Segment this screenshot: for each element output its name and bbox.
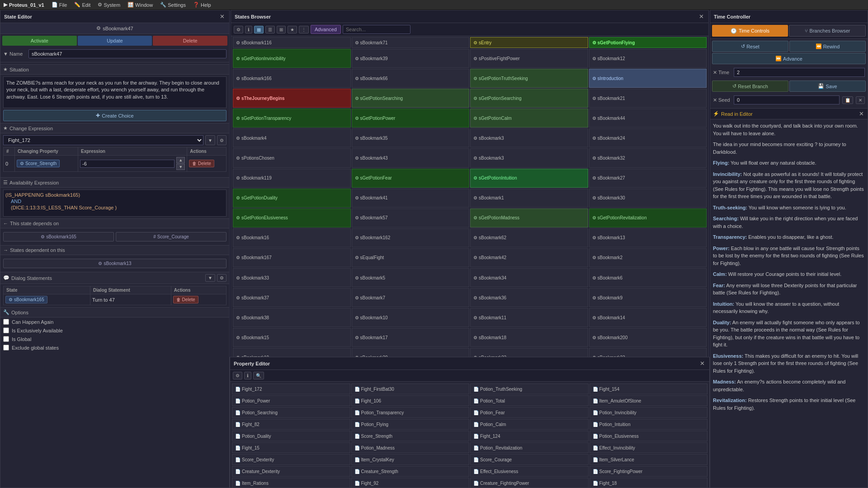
dep-bookmark165-btn[interactable]: ⚙ sBookmark165 [3, 232, 114, 242]
state-cell-bm167[interactable]: ⚙ sBookmark167 [233, 248, 351, 267]
state-cell-bm27[interactable]: ⚙ sBookmark27 [589, 169, 707, 188]
rewind-button[interactable]: ⏪ Rewind [789, 41, 866, 52]
prop-fight92[interactable]: 📄 Fight_92 [351, 478, 470, 488]
prop-potion-madness[interactable]: 📄 Potion_Madness [351, 442, 470, 453]
state-cell-bookmark12[interactable]: ⚙ sBookmark12 [589, 49, 707, 68]
state-cell-bm24[interactable]: ⚙ sBookmark24 [589, 128, 707, 147]
read-editor-close[interactable]: ✕ [858, 110, 865, 117]
states-info-btn[interactable]: ℹ [245, 26, 252, 33]
state-cell-bm4[interactable]: ⚙ sBookmark4 [233, 128, 351, 147]
prop-item-amulet[interactable]: 📄 Item_AmuletOfStone [590, 395, 708, 406]
state-cell-bm15[interactable]: ⚙ sBookmark15 [233, 328, 351, 347]
time-input[interactable] [734, 68, 865, 77]
reset-button[interactable]: ↺ Reset [712, 41, 788, 52]
dialog-gear-btn[interactable]: ⚙ [217, 274, 226, 282]
prop-potion-intuition[interactable]: 📄 Potion_Intuition [590, 419, 708, 430]
state-cell-bm1[interactable]: ⚙ sBookmark1 [470, 189, 588, 208]
prop-score-dex[interactable]: 📄 Score_Dexterity [232, 454, 350, 465]
state-cell-gpse[interactable]: ⚙ sGetPotionSearching [352, 89, 470, 108]
prop-potion-inv[interactable]: 📄 Potion_Invincibility [590, 407, 708, 418]
prop-potion-power[interactable]: 📄 Potion_Power [232, 395, 350, 406]
state-cell-thejourney[interactable]: ⚙ sTheJourneyBegins [233, 89, 351, 108]
state-cell-bm35[interactable]: ⚙ sBookmark35 [352, 128, 470, 147]
prop-potion-total[interactable]: 📄 Potion_Total [470, 395, 589, 406]
tab-time-controls[interactable]: 🕐 Time Controls [712, 25, 788, 37]
menu-settings[interactable]: 🔧 Settings [160, 2, 186, 8]
state-cell-bm33[interactable]: ⚙ sBookmark33 [233, 268, 351, 287]
expr-down-btn[interactable]: ▼ [176, 164, 185, 170]
expr-up-btn[interactable]: ▲ [176, 157, 185, 163]
state-cell-bm41[interactable]: ⚙ sBookmark41 [352, 189, 470, 208]
prop-fight82[interactable]: 📄 Fight_82 [232, 419, 350, 430]
state-cell-bm119[interactable]: ⚙ sBookmark119 [233, 169, 351, 188]
expr-delete-btn[interactable]: 🗑 Delete [189, 160, 214, 167]
states-search-input[interactable] [343, 25, 410, 34]
states-star-btn[interactable]: ★ [288, 26, 297, 33]
dep-bookmark13-btn[interactable]: ⚙ sBookmark13 [3, 259, 226, 268]
option2-checkbox[interactable] [3, 327, 9, 333]
state-cell-bm30[interactable]: ⚙ sBookmark30 [589, 189, 707, 208]
prop-score-strength[interactable]: 📄 Score_Strength [351, 431, 470, 441]
state-cell-gpp[interactable]: ⚙ sGetPotionPower [352, 109, 470, 128]
activate-button[interactable]: Activate [2, 36, 77, 46]
dep-score-btn[interactable]: # Score_Courage [116, 232, 226, 242]
menu-file[interactable]: 📄 File [52, 2, 67, 8]
state-cell-bookmark39[interactable]: ⚙ sBookmark39 [352, 49, 470, 68]
expr-gear-btn[interactable]: ⚙ [217, 135, 226, 145]
prop-potion-duality[interactable]: 📄 Potion_Duality [232, 431, 350, 441]
fight-select[interactable]: Fight_172 [3, 135, 203, 145]
state-cell-bm11[interactable]: ⚙ sBookmark11 [470, 308, 588, 327]
prop-potion-searching[interactable]: 📄 Potion_Searching [232, 407, 350, 418]
dialog-state-tag[interactable]: ⚙ sBookmark165 [5, 296, 47, 303]
prop-gear-btn[interactable]: ⚙ [233, 372, 242, 379]
prop-fight15[interactable]: 📄 Fight_15 [232, 442, 350, 453]
reset-branch-button[interactable]: ↺ Reset Branch [712, 81, 788, 92]
state-cell-bm9[interactable]: ⚙ sBookmark9 [589, 288, 707, 307]
state-cell-bm42[interactable]: ⚙ sBookmark42 [470, 248, 588, 267]
prop-info-btn[interactable]: ℹ [244, 372, 251, 379]
state-cell-bm17[interactable]: ⚙ sBookmark17 [352, 328, 470, 347]
tab-branches-browser[interactable]: ⑂ Branches Browser [789, 25, 866, 37]
avail-expr-box[interactable]: (IS_HAPPENING sBookmark165) AND (DICE:1:… [3, 190, 226, 217]
prop-fight18[interactable]: 📄 Fight_18 [590, 478, 708, 488]
state-cell-bm62[interactable]: ⚙ sBookmark62 [470, 228, 588, 247]
state-cell-gpse2[interactable]: ⚙ sGetPotionSearching [470, 89, 588, 108]
prop-fight154[interactable]: 📄 Fight_154 [590, 384, 708, 394]
states-grid-btn[interactable]: ▦ [254, 26, 264, 33]
expr-value-input[interactable] [80, 160, 175, 168]
prop-potion-trans[interactable]: 📄 Potion_Transparency [351, 407, 470, 418]
prop-fight124[interactable]: 📄 Fight_124 [470, 431, 589, 441]
state-cell-bm13[interactable]: ⚙ sBookmark13 [589, 228, 707, 247]
state-col1-header[interactable]: ⚙ sBookmark116 [233, 37, 351, 48]
state-cell-bm166[interactable]: ⚙ sBookmark166 [233, 69, 351, 88]
sentry-cell[interactable]: ⚙ sEntry [470, 37, 588, 48]
prop-score-fp[interactable]: 📄 Score_FightingPower [590, 466, 708, 477]
prop-fightfirstbat30[interactable]: 📄 Fight_FirstBat30 [351, 384, 470, 394]
prop-search-btn[interactable]: 🔍 [253, 372, 264, 379]
prop-potion-ts[interactable]: 📄 Potion_TruthSeeking [470, 384, 589, 394]
state-cell-bm7[interactable]: ⚙ sBookmark7 [352, 288, 470, 307]
expr-dropdown-btn[interactable]: ▼ [205, 135, 215, 145]
prop-effect-elusive[interactable]: 📄 Effect_Elusiveness [470, 466, 589, 477]
advanced-button[interactable]: Advanced [311, 25, 341, 34]
state-cell-gpts[interactable]: ⚙ sGetPotionTruthSeeking [470, 69, 588, 88]
prop-score-courage[interactable]: 📄 Score_Courage [470, 454, 589, 465]
state-cell-bm34[interactable]: ⚙ sBookmark34 [470, 268, 588, 287]
state-cell-bm66[interactable]: ⚙ sBookmark66 [352, 69, 470, 88]
state-cell-gpr[interactable]: ⚙ sGetPotionRevitalization [589, 208, 707, 227]
save-button[interactable]: 💾 Save [789, 81, 866, 92]
states-more-btn[interactable]: ⋮ [299, 26, 309, 33]
prop-creature-dex[interactable]: 📄 Creature_Dexterity [232, 466, 350, 477]
state-cell-bookmark39b[interactable]: ⚙ sPositiveFightPower [470, 49, 588, 68]
get-potion-flying-cell[interactable]: ⚙ sGetPotionFlying [589, 37, 707, 48]
prop-item-rations[interactable]: 📄 Item_Rations [232, 478, 350, 488]
state-cell-bm6[interactable]: ⚙ sBookmark6 [589, 268, 707, 287]
prop-item-crystal[interactable]: 📄 Item_CrystalKey [351, 454, 470, 465]
state-cell-seq[interactable]: ⚙ sEqualFight [352, 248, 470, 267]
state-cell-sintro[interactable]: ⚙ sIntroduction [589, 69, 707, 88]
option1-checkbox[interactable] [3, 319, 9, 325]
dialog-delete-btn[interactable]: 🗑 Delete [173, 296, 198, 303]
delete-button[interactable]: Delete [153, 36, 227, 46]
prop-potion-elusive[interactable]: 📄 Potion_Elusiveness [590, 431, 708, 441]
create-choice-button[interactable]: ✚ Create Choice [3, 110, 226, 121]
